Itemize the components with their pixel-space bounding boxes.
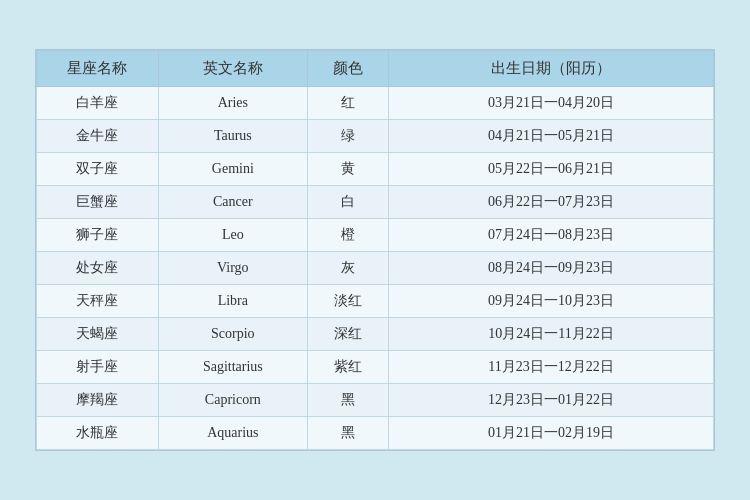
cell-color: 深红 xyxy=(307,318,388,351)
table-row: 双子座Gemini黄05月22日一06月21日 xyxy=(37,153,714,186)
cell-chinese: 巨蟹座 xyxy=(37,186,159,219)
table-row: 天秤座Libra淡红09月24日一10月23日 xyxy=(37,285,714,318)
cell-date: 10月24日一11月22日 xyxy=(389,318,714,351)
cell-color: 淡红 xyxy=(307,285,388,318)
table-row: 巨蟹座Cancer白06月22日一07月23日 xyxy=(37,186,714,219)
cell-date: 07月24日一08月23日 xyxy=(389,219,714,252)
cell-chinese: 摩羯座 xyxy=(37,384,159,417)
header-english: 英文名称 xyxy=(158,51,307,87)
cell-english: Leo xyxy=(158,219,307,252)
cell-chinese: 狮子座 xyxy=(37,219,159,252)
zodiac-table: 星座名称 英文名称 颜色 出生日期（阳历） 白羊座Aries红03月21日一04… xyxy=(36,50,714,450)
cell-color: 红 xyxy=(307,87,388,120)
cell-date: 04月21日一05月21日 xyxy=(389,120,714,153)
header-color: 颜色 xyxy=(307,51,388,87)
cell-english: Aries xyxy=(158,87,307,120)
table-row: 射手座Sagittarius紫红11月23日一12月22日 xyxy=(37,351,714,384)
cell-color: 白 xyxy=(307,186,388,219)
cell-color: 橙 xyxy=(307,219,388,252)
cell-chinese: 天秤座 xyxy=(37,285,159,318)
cell-chinese: 金牛座 xyxy=(37,120,159,153)
cell-english: Taurus xyxy=(158,120,307,153)
table-row: 水瓶座Aquarius黑01月21日一02月19日 xyxy=(37,417,714,450)
table-row: 处女座Virgo灰08月24日一09月23日 xyxy=(37,252,714,285)
cell-date: 09月24日一10月23日 xyxy=(389,285,714,318)
table-row: 金牛座Taurus绿04月21日一05月21日 xyxy=(37,120,714,153)
cell-english: Gemini xyxy=(158,153,307,186)
cell-chinese: 处女座 xyxy=(37,252,159,285)
cell-chinese: 白羊座 xyxy=(37,87,159,120)
header-chinese: 星座名称 xyxy=(37,51,159,87)
cell-date: 05月22日一06月21日 xyxy=(389,153,714,186)
cell-date: 12月23日一01月22日 xyxy=(389,384,714,417)
cell-date: 08月24日一09月23日 xyxy=(389,252,714,285)
table-row: 白羊座Aries红03月21日一04月20日 xyxy=(37,87,714,120)
cell-color: 黑 xyxy=(307,417,388,450)
cell-chinese: 双子座 xyxy=(37,153,159,186)
cell-color: 黄 xyxy=(307,153,388,186)
cell-date: 11月23日一12月22日 xyxy=(389,351,714,384)
cell-chinese: 射手座 xyxy=(37,351,159,384)
cell-color: 黑 xyxy=(307,384,388,417)
cell-english: Libra xyxy=(158,285,307,318)
cell-english: Sagittarius xyxy=(158,351,307,384)
cell-english: Scorpio xyxy=(158,318,307,351)
cell-color: 灰 xyxy=(307,252,388,285)
cell-color: 紫红 xyxy=(307,351,388,384)
cell-english: Cancer xyxy=(158,186,307,219)
cell-english: Aquarius xyxy=(158,417,307,450)
table-row: 摩羯座Capricorn黑12月23日一01月22日 xyxy=(37,384,714,417)
header-date: 出生日期（阳历） xyxy=(389,51,714,87)
cell-chinese: 天蝎座 xyxy=(37,318,159,351)
table-header-row: 星座名称 英文名称 颜色 出生日期（阳历） xyxy=(37,51,714,87)
table-row: 狮子座Leo橙07月24日一08月23日 xyxy=(37,219,714,252)
cell-date: 03月21日一04月20日 xyxy=(389,87,714,120)
cell-date: 06月22日一07月23日 xyxy=(389,186,714,219)
cell-chinese: 水瓶座 xyxy=(37,417,159,450)
cell-english: Capricorn xyxy=(158,384,307,417)
cell-color: 绿 xyxy=(307,120,388,153)
cell-english: Virgo xyxy=(158,252,307,285)
cell-date: 01月21日一02月19日 xyxy=(389,417,714,450)
table-row: 天蝎座Scorpio深红10月24日一11月22日 xyxy=(37,318,714,351)
zodiac-table-container: 星座名称 英文名称 颜色 出生日期（阳历） 白羊座Aries红03月21日一04… xyxy=(35,49,715,451)
